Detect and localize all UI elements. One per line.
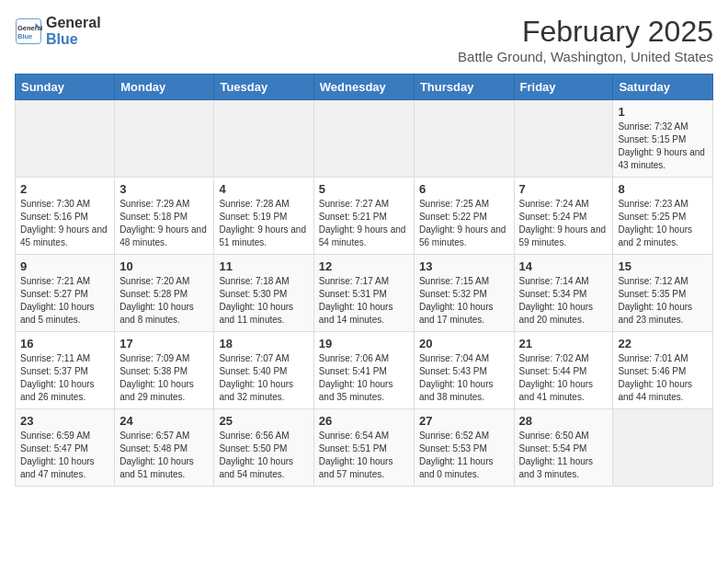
day-number: 28 bbox=[519, 414, 609, 428]
day-cell: 4Sunrise: 7:28 AM Sunset: 5:19 PM Daylig… bbox=[214, 178, 313, 255]
day-info: Sunrise: 7:25 AM Sunset: 5:22 PM Dayligh… bbox=[419, 198, 509, 249]
day-info: Sunrise: 6:56 AM Sunset: 5:50 PM Dayligh… bbox=[219, 430, 308, 481]
day-number: 7 bbox=[519, 182, 609, 196]
day-cell: 27Sunrise: 6:52 AM Sunset: 5:53 PM Dayli… bbox=[414, 409, 514, 487]
day-cell: 23Sunrise: 6:59 AM Sunset: 5:47 PM Dayli… bbox=[16, 409, 115, 487]
day-number: 26 bbox=[319, 414, 409, 428]
day-info: Sunrise: 7:02 AM Sunset: 5:44 PM Dayligh… bbox=[519, 352, 609, 404]
logo-line2: Blue bbox=[46, 31, 101, 48]
day-number: 15 bbox=[618, 259, 708, 273]
day-number: 6 bbox=[419, 182, 509, 196]
day-number: 1 bbox=[618, 105, 708, 119]
page-header: General Blue General Blue February 2025 … bbox=[15, 15, 713, 64]
day-info: Sunrise: 7:21 AM Sunset: 5:27 PM Dayligh… bbox=[20, 275, 109, 327]
month-title: February 2025 bbox=[458, 15, 713, 49]
day-cell bbox=[214, 100, 313, 178]
weekday-header-row: SundayMondayTuesdayWednesdayThursdayFrid… bbox=[16, 75, 713, 100]
day-info: Sunrise: 7:12 AM Sunset: 5:35 PM Dayligh… bbox=[618, 275, 708, 327]
day-number: 9 bbox=[20, 259, 109, 273]
day-cell: 22Sunrise: 7:01 AM Sunset: 5:46 PM Dayli… bbox=[613, 332, 713, 409]
day-info: Sunrise: 7:01 AM Sunset: 5:46 PM Dayligh… bbox=[618, 352, 708, 404]
weekday-header-saturday: Saturday bbox=[613, 75, 713, 100]
day-cell: 1Sunrise: 7:32 AM Sunset: 5:15 PM Daylig… bbox=[613, 100, 713, 178]
weekday-header-sunday: Sunday bbox=[16, 75, 115, 100]
day-info: Sunrise: 7:20 AM Sunset: 5:28 PM Dayligh… bbox=[119, 275, 209, 327]
day-cell: 6Sunrise: 7:25 AM Sunset: 5:22 PM Daylig… bbox=[414, 178, 514, 255]
day-number: 5 bbox=[319, 182, 409, 196]
day-cell: 20Sunrise: 7:04 AM Sunset: 5:43 PM Dayli… bbox=[414, 332, 514, 409]
day-number: 21 bbox=[519, 337, 609, 350]
day-info: Sunrise: 7:11 AM Sunset: 5:37 PM Dayligh… bbox=[20, 352, 109, 404]
weekday-header-wednesday: Wednesday bbox=[313, 75, 414, 100]
day-number: 16 bbox=[20, 337, 109, 350]
day-cell: 13Sunrise: 7:15 AM Sunset: 5:32 PM Dayli… bbox=[414, 255, 514, 332]
day-cell bbox=[313, 100, 414, 178]
day-info: Sunrise: 6:54 AM Sunset: 5:51 PM Dayligh… bbox=[319, 430, 409, 481]
day-info: Sunrise: 7:24 AM Sunset: 5:24 PM Dayligh… bbox=[519, 198, 609, 249]
day-info: Sunrise: 7:14 AM Sunset: 5:34 PM Dayligh… bbox=[519, 275, 609, 327]
day-number: 4 bbox=[219, 182, 308, 196]
week-row-4: 16Sunrise: 7:11 AM Sunset: 5:37 PM Dayli… bbox=[16, 332, 713, 409]
day-cell: 2Sunrise: 7:30 AM Sunset: 5:16 PM Daylig… bbox=[16, 178, 115, 255]
weekday-header-thursday: Thursday bbox=[414, 75, 514, 100]
day-cell: 8Sunrise: 7:23 AM Sunset: 5:25 PM Daylig… bbox=[613, 178, 713, 255]
day-info: Sunrise: 6:57 AM Sunset: 5:48 PM Dayligh… bbox=[119, 430, 209, 481]
day-cell: 19Sunrise: 7:06 AM Sunset: 5:41 PM Dayli… bbox=[313, 332, 414, 409]
day-number: 13 bbox=[419, 259, 509, 273]
calendar-table: SundayMondayTuesdayWednesdayThursdayFrid… bbox=[15, 74, 713, 487]
location: Battle Ground, Washington, United States bbox=[458, 49, 713, 64]
day-cell: 14Sunrise: 7:14 AM Sunset: 5:34 PM Dayli… bbox=[514, 255, 613, 332]
day-cell bbox=[613, 409, 713, 487]
day-number: 27 bbox=[419, 414, 509, 428]
day-cell bbox=[414, 100, 514, 178]
day-cell: 5Sunrise: 7:27 AM Sunset: 5:21 PM Daylig… bbox=[313, 178, 414, 255]
day-number: 11 bbox=[219, 259, 308, 273]
day-cell: 24Sunrise: 6:57 AM Sunset: 5:48 PM Dayli… bbox=[115, 409, 214, 487]
day-info: Sunrise: 7:28 AM Sunset: 5:19 PM Dayligh… bbox=[219, 198, 308, 249]
day-cell: 15Sunrise: 7:12 AM Sunset: 5:35 PM Dayli… bbox=[613, 255, 713, 332]
day-cell: 9Sunrise: 7:21 AM Sunset: 5:27 PM Daylig… bbox=[16, 255, 115, 332]
day-number: 17 bbox=[119, 337, 209, 350]
logo: General Blue General Blue bbox=[15, 15, 101, 47]
day-info: Sunrise: 6:50 AM Sunset: 5:54 PM Dayligh… bbox=[519, 430, 609, 481]
day-info: Sunrise: 7:29 AM Sunset: 5:18 PM Dayligh… bbox=[119, 198, 209, 249]
day-cell bbox=[16, 100, 115, 178]
day-number: 10 bbox=[119, 259, 209, 273]
day-info: Sunrise: 7:07 AM Sunset: 5:40 PM Dayligh… bbox=[219, 352, 308, 404]
logo-line1: General bbox=[46, 15, 101, 31]
day-number: 19 bbox=[319, 337, 409, 350]
day-info: Sunrise: 7:06 AM Sunset: 5:41 PM Dayligh… bbox=[319, 352, 409, 404]
day-number: 20 bbox=[419, 337, 509, 350]
logo-icon: General Blue bbox=[15, 17, 42, 45]
day-info: Sunrise: 7:18 AM Sunset: 5:30 PM Dayligh… bbox=[219, 275, 308, 327]
day-cell bbox=[514, 100, 613, 178]
day-cell bbox=[115, 100, 214, 178]
day-number: 22 bbox=[618, 337, 708, 350]
day-cell: 17Sunrise: 7:09 AM Sunset: 5:38 PM Dayli… bbox=[115, 332, 214, 409]
day-cell: 11Sunrise: 7:18 AM Sunset: 5:30 PM Dayli… bbox=[214, 255, 313, 332]
day-cell: 25Sunrise: 6:56 AM Sunset: 5:50 PM Dayli… bbox=[214, 409, 313, 487]
week-row-3: 9Sunrise: 7:21 AM Sunset: 5:27 PM Daylig… bbox=[16, 255, 713, 332]
day-info: Sunrise: 7:32 AM Sunset: 5:15 PM Dayligh… bbox=[618, 121, 708, 172]
day-number: 2 bbox=[20, 182, 109, 196]
day-info: Sunrise: 7:09 AM Sunset: 5:38 PM Dayligh… bbox=[119, 352, 209, 404]
day-number: 18 bbox=[219, 337, 308, 350]
day-info: Sunrise: 6:59 AM Sunset: 5:47 PM Dayligh… bbox=[20, 430, 109, 481]
day-cell: 28Sunrise: 6:50 AM Sunset: 5:54 PM Dayli… bbox=[514, 409, 613, 487]
day-number: 25 bbox=[219, 414, 308, 428]
day-cell: 16Sunrise: 7:11 AM Sunset: 5:37 PM Dayli… bbox=[16, 332, 115, 409]
weekday-header-friday: Friday bbox=[514, 75, 613, 100]
day-cell: 7Sunrise: 7:24 AM Sunset: 5:24 PM Daylig… bbox=[514, 178, 613, 255]
day-cell: 26Sunrise: 6:54 AM Sunset: 5:51 PM Dayli… bbox=[313, 409, 414, 487]
day-info: Sunrise: 7:27 AM Sunset: 5:21 PM Dayligh… bbox=[319, 198, 409, 249]
day-number: 8 bbox=[618, 182, 708, 196]
day-cell: 3Sunrise: 7:29 AM Sunset: 5:18 PM Daylig… bbox=[115, 178, 214, 255]
title-block: February 2025 Battle Ground, Washington,… bbox=[458, 15, 713, 64]
weekday-header-monday: Monday bbox=[115, 75, 214, 100]
day-info: Sunrise: 7:30 AM Sunset: 5:16 PM Dayligh… bbox=[20, 198, 109, 249]
svg-text:Blue: Blue bbox=[17, 31, 32, 40]
day-number: 12 bbox=[319, 259, 409, 273]
day-info: Sunrise: 7:23 AM Sunset: 5:25 PM Dayligh… bbox=[618, 198, 708, 249]
day-number: 3 bbox=[119, 182, 209, 196]
day-info: Sunrise: 6:52 AM Sunset: 5:53 PM Dayligh… bbox=[419, 430, 509, 481]
